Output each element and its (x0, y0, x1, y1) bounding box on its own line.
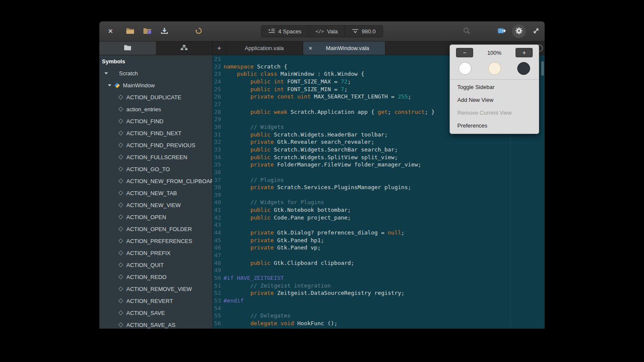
code-line[interactable]: 48 public Gtk.Clipboard clipboard; (213, 259, 545, 267)
code-line[interactable]: 53#endif (213, 297, 545, 305)
new-view-button[interactable] (495, 24, 509, 38)
close-window-button[interactable]: ✕ (104, 24, 117, 38)
symbol-item[interactable]: ACTION_FULLSCREEN (99, 151, 212, 163)
symbol-icon (118, 286, 123, 291)
code-line[interactable]: 56 delegate void HookFunc (); (213, 320, 545, 327)
code-line[interactable]: 52 private Zeitgeist.DataSourceRegistry … (213, 289, 545, 297)
open-project-button[interactable] (140, 24, 154, 38)
scrollbar-thumb[interactable] (541, 61, 544, 76)
line-number: 47 (213, 252, 224, 259)
symbol-item[interactable]: ACTION_NEW_VIEW (99, 199, 212, 211)
zoom-out-button[interactable]: − (456, 48, 473, 57)
code-line[interactable]: 47 (213, 252, 545, 259)
close-tab-icon[interactable]: ✕ (308, 45, 318, 51)
symbol-item[interactable]: ACTION_GO_TO (99, 163, 212, 175)
language-label: Vala (327, 28, 338, 35)
symbol-item[interactable]: ACTION_SAVE (99, 307, 212, 319)
code-line[interactable]: 42 public Code.Pane project_pane; (213, 214, 545, 222)
code-line[interactable]: 43 (213, 221, 545, 229)
indent-width-button[interactable]: 4 Spaces (262, 26, 309, 37)
line-number: 29 (213, 116, 224, 123)
symbol-item[interactable]: ACTION_OPEN (99, 211, 212, 223)
code-line[interactable]: 40 // Widgets for Plugins (213, 199, 545, 206)
symbol-icon (118, 131, 123, 135)
tree-item-label: ACTION_OPEN (126, 214, 166, 220)
code-line[interactable]: 49 (213, 267, 545, 274)
symbol-item[interactable]: ACTION_NEW_TAB (99, 187, 212, 199)
tab-application-vala[interactable]: Application.vala (226, 42, 303, 55)
code-line[interactable]: 46 private Gtk.Paned vp; (213, 244, 545, 252)
symbol-icon (118, 119, 123, 123)
code-line[interactable]: 41 public Gtk.Notebook bottombar; (213, 206, 545, 214)
sidebar-tab-folders[interactable] (99, 42, 156, 55)
code-line[interactable]: 36 (213, 169, 545, 176)
sidebar-tab-outline[interactable] (156, 42, 212, 55)
expander-icon[interactable] (104, 72, 108, 74)
symbol-icon (118, 166, 123, 171)
code-line[interactable]: 37 // Plugins (213, 176, 545, 184)
menu-button[interactable] (512, 24, 526, 38)
code-line[interactable]: 39 (213, 191, 545, 199)
revert-button[interactable] (192, 24, 206, 38)
search-button[interactable] (460, 24, 474, 38)
symbol-item[interactable]: action_entries (99, 103, 212, 115)
save-button[interactable] (158, 24, 171, 38)
line-number: 48 (213, 259, 224, 267)
symbol-item[interactable]: ACTION_OPEN_FOLDER (99, 223, 212, 235)
tab-mainwindow-vala[interactable]: ✕ MainWindow.vala (303, 42, 385, 55)
code-line[interactable]: 54 (213, 305, 545, 312)
menu-item-toggle-sidebar[interactable]: Toggle Sidebar (450, 80, 539, 93)
goto-line-button[interactable]: 980.0 (345, 26, 383, 37)
symbol-item[interactable]: ACTION_PREFERENCES (99, 235, 212, 247)
symbol-item[interactable]: ACTION_NEW_FROM_CLIPBOARD (99, 175, 212, 187)
line-number: 35 (213, 161, 224, 169)
symbol-item[interactable]: ACTION_PREFIX (99, 247, 212, 259)
symbol-item[interactable]: ACTION_REVERT (99, 295, 212, 307)
menu-item-add-new-view[interactable]: Add New View (450, 93, 539, 106)
symbol-item[interactable]: ACTION_DUPLICATE (99, 91, 212, 103)
symbol-item[interactable]: ACTION_FIND (99, 115, 212, 127)
color-scheme-dark[interactable] (517, 62, 530, 75)
code-line[interactable]: 57 (213, 327, 545, 329)
line-number: 37 (213, 176, 224, 184)
tree-item-label: ACTION_NEW_VIEW (126, 202, 181, 208)
code-line[interactable]: 35 private FolderManager.FileView folder… (213, 161, 545, 169)
line-number: 33 (213, 146, 224, 154)
code-line[interactable]: 45 private Gtk.Paned hp1; (213, 237, 545, 244)
symbol-item[interactable]: ACTION_QUIT (99, 259, 212, 271)
code-line[interactable]: 51 // Zeitgeist integration (213, 282, 545, 290)
tree-item-label: ACTION_DUPLICATE (126, 94, 181, 101)
code-line[interactable]: 33 public Scratch.Widgets.SearchBar sear… (213, 146, 545, 154)
zoom-in-button[interactable]: + (516, 48, 533, 57)
color-scheme-light[interactable] (459, 62, 471, 75)
code-line[interactable]: 34 public Scratch.Widgets.SplitView spli… (213, 154, 545, 161)
code-line[interactable]: 32 private Gtk.Revealer search_revealer; (213, 138, 545, 146)
new-tab-button[interactable]: + (213, 42, 226, 55)
symbol-item[interactable]: ACTION_FIND_PREVIOUS (99, 139, 212, 151)
code-line[interactable]: 44 private Gtk.Dialog? preferences_dialo… (213, 229, 545, 237)
symbol-item[interactable]: ACTION_SAVE_AS (99, 319, 212, 329)
tab-label: Application.vala (244, 45, 283, 51)
symbol-item[interactable]: ACTION_REMOVE_VIEW (99, 283, 212, 295)
editor-scrollbar[interactable] (541, 55, 544, 327)
code-line[interactable]: 55 // Delegates (213, 312, 545, 320)
menu-item-preferences[interactable]: Preferences (450, 119, 539, 132)
code-line[interactable]: 50#if HAVE_ZEITGEIST (213, 274, 545, 282)
code-line[interactable]: 38 private Scratch.Services.PluginsManag… (213, 184, 545, 191)
tree-item-mainwindow[interactable]: MainWindow (99, 79, 212, 91)
language-button[interactable]: </> Vala (309, 26, 345, 37)
open-file-button[interactable] (123, 24, 137, 38)
line-number: 40 (213, 199, 224, 206)
line-number: 51 (213, 282, 224, 290)
expander-icon[interactable] (108, 84, 111, 86)
fullscreen-button[interactable] (529, 24, 543, 38)
color-scheme-solarized[interactable] (488, 62, 501, 75)
folder-icon (124, 45, 131, 52)
fullscreen-icon (533, 27, 540, 36)
symbol-item[interactable]: ACTION_FIND_NEXT (99, 127, 212, 139)
symbols-list: ACTION_DUPLICATEaction_entriesACTION_FIN… (99, 91, 212, 329)
tree-item-scratch[interactable]: Scratch (99, 67, 212, 79)
line-number: 39 (213, 191, 224, 199)
tree-item-label: ACTION_FIND (126, 118, 164, 125)
symbol-item[interactable]: ACTION_REDO (99, 271, 212, 283)
